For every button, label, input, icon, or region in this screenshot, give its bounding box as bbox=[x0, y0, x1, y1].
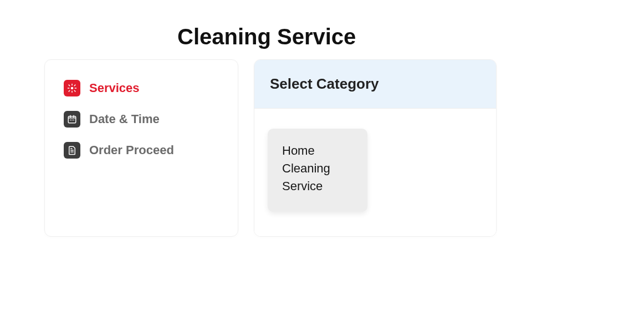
sidebar-item-date-time[interactable]: Date & Time bbox=[64, 111, 219, 128]
calendar-icon bbox=[64, 111, 80, 128]
sidebar-item-order-proceed[interactable]: Order Proceed bbox=[64, 142, 219, 159]
page-title: Cleaning Service bbox=[0, 0, 644, 59]
main-panel: Select Category Home Cleaning Service bbox=[254, 59, 497, 237]
sidebar-item-label: Services bbox=[89, 81, 140, 95]
sidebar-item-services[interactable]: Services bbox=[64, 80, 219, 96]
svg-point-2 bbox=[70, 120, 71, 121]
svg-point-3 bbox=[71, 120, 73, 121]
sidebar-item-label: Date & Time bbox=[89, 112, 160, 126]
document-icon bbox=[64, 142, 80, 159]
category-card-home-cleaning[interactable]: Home Cleaning Service bbox=[268, 129, 367, 212]
layout: Services Date & Time bbox=[0, 59, 644, 237]
gear-icon bbox=[64, 80, 80, 96]
sidebar-item-label: Order Proceed bbox=[89, 143, 174, 157]
svg-point-0 bbox=[71, 87, 74, 90]
panel-title: Select Category bbox=[270, 75, 481, 93]
sidebar: Services Date & Time bbox=[44, 59, 238, 237]
panel-header: Select Category bbox=[254, 60, 496, 109]
svg-point-4 bbox=[73, 120, 74, 121]
panel-body: Home Cleaning Service bbox=[254, 109, 496, 236]
category-card-title: Home Cleaning Service bbox=[282, 142, 353, 195]
